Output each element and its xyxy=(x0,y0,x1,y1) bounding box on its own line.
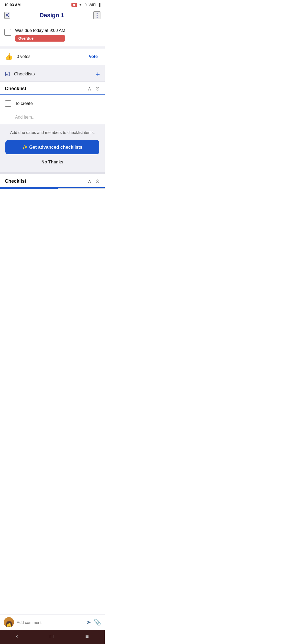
checklists-label: Checklists xyxy=(14,71,35,77)
close-button[interactable]: ✕ xyxy=(4,12,10,19)
strikethrough-icon[interactable]: ⊘ xyxy=(95,85,100,92)
wifi-icon: WiFi xyxy=(89,3,96,7)
checklist-2-actions: ∧ ⊘ xyxy=(88,178,100,184)
list-item: To create xyxy=(5,97,100,110)
add-checklist-button[interactable]: + xyxy=(96,71,100,78)
status-bar: 10:03 AM ⏺ ✦ ☽ WiFi ▐ xyxy=(0,0,105,9)
checklist-block-1-header: Checklist ∧ ⊘ xyxy=(0,82,105,95)
overdue-badge: Overdue xyxy=(15,35,65,42)
checklist-block-2-header: Checklist ∧ ⊘ xyxy=(0,174,105,188)
checklist-block-2: Checklist ∧ ⊘ xyxy=(0,174,105,189)
header: ✕ Design 1 ⋮ xyxy=(0,9,105,23)
votes-left: 👍 0 votes xyxy=(5,53,31,60)
item-text-1: To create xyxy=(15,101,33,106)
checklist-icon: ☑ xyxy=(5,71,10,78)
checklist-1-collapse-button[interactable]: ∧ xyxy=(88,85,92,92)
votes-row: 👍 0 votes Vote xyxy=(0,49,105,67)
battery-icon: ▐ xyxy=(98,3,100,7)
checklist-1-items: To create xyxy=(0,95,105,112)
upgrade-banner: Add due dates and members to checklist i… xyxy=(0,124,105,174)
task-checkbox[interactable] xyxy=(4,29,11,36)
add-item-placeholder: Add item... xyxy=(15,115,35,119)
section-header-left: ☑ Checklists xyxy=(5,71,35,78)
status-time: 10:03 AM xyxy=(4,3,21,7)
no-thanks-button[interactable]: No Thanks xyxy=(40,159,64,166)
checklist-2-strikethrough-icon[interactable]: ⊘ xyxy=(95,178,100,184)
status-icons: ⏺ ✦ ☽ WiFi ▐ xyxy=(71,3,100,7)
upgrade-description: Add due dates and members to checklist i… xyxy=(5,130,99,135)
thumbs-up-icon: 👍 xyxy=(5,53,13,60)
due-date-text: Was due today at 9:00 AM xyxy=(15,28,65,33)
record-icon: ⏺ xyxy=(71,3,77,7)
checklist-block-1: Checklist ∧ ⊘ To create Add item... xyxy=(0,82,105,124)
page-title: Design 1 xyxy=(10,12,93,19)
checklist-1-title: Checklist xyxy=(5,86,26,92)
checklist-2-title: Checklist xyxy=(5,178,26,184)
bluetooth-icon: ✦ xyxy=(79,3,82,7)
checklist-1-actions: ∧ ⊘ xyxy=(88,85,100,92)
due-content: Was due today at 9:00 AM Overdue xyxy=(15,28,65,42)
add-item-row[interactable]: Add item... xyxy=(0,112,105,124)
moon-icon: ☽ xyxy=(84,3,87,7)
checklist-2-collapse-button[interactable]: ∧ xyxy=(88,178,92,184)
get-advanced-checklists-button[interactable]: ✨ Get advanced checklists xyxy=(5,140,99,154)
due-date-row: Was due today at 9:00 AM Overdue xyxy=(0,23,105,49)
item-checkbox-1[interactable] xyxy=(5,100,11,107)
votes-count: 0 votes xyxy=(17,54,31,59)
more-menu-button[interactable]: ⋮ xyxy=(93,11,100,19)
vote-button[interactable]: Vote xyxy=(87,53,100,60)
checklists-section-header: ☑ Checklists + xyxy=(0,67,105,82)
